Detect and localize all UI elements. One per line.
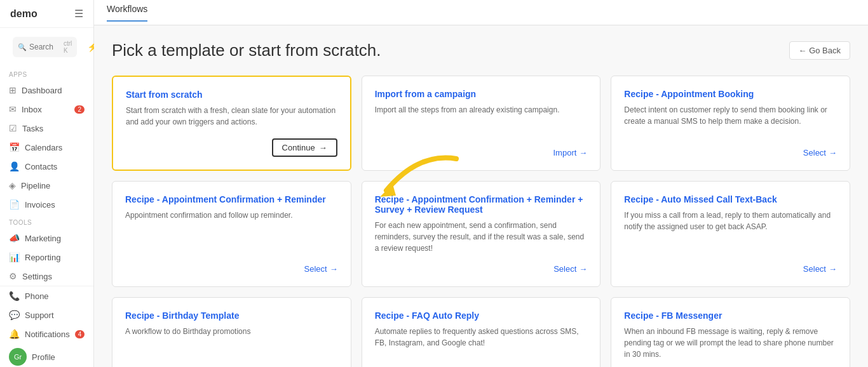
avatar: Gr [9,348,27,366]
hamburger-icon[interactable]: ☰ [74,8,83,20]
search-bar[interactable]: 🔍 ctrl K [13,37,77,57]
sidebar-item-label: Contacts [25,162,57,171]
card-scratch[interactable]: Start from scratch Start from scratch wi… [112,76,351,171]
top-bar-title: Workflows [107,4,147,22]
search-row: 🔍 ctrl K ⚡ [0,28,93,66]
sidebar-item-dashboard[interactable]: ⊞ Dashboard [0,81,93,100]
select-label: Select [553,264,576,274]
card-action: Select → [125,264,338,274]
sidebar-item-label: Reporting [25,253,60,262]
tasks-icon: ☑ [9,123,17,133]
select-link[interactable]: Select → [803,264,837,274]
logo: demo [10,8,37,20]
select-arrow-icon: → [579,264,587,274]
contacts-icon: 👤 [9,161,20,171]
card-appt-survey[interactable]: Recipe - Appointment Confirmation + Remi… [362,181,601,287]
continue-button[interactable]: Continue → [272,138,337,157]
select-arrow-icon: → [330,264,338,274]
card-desc: Appointment confirmation and follow up r… [125,210,338,254]
card-action: Continue → [126,138,337,157]
select-link[interactable]: Select → [304,264,338,274]
sidebar-item-label: Inbox [22,105,42,114]
card-faq[interactable]: Recipe - FAQ Auto Reply Automate replies… [362,297,601,367]
sidebar-item-label: Profile [32,352,55,362]
select-label: Select [304,264,327,274]
sidebar-item-phone[interactable]: 📞 Phone [0,286,93,305]
notifications-badge: 4 [75,330,85,338]
import-label: Import [553,148,576,157]
import-arrow-icon: → [579,148,587,157]
invoices-icon: 📄 [9,199,20,210]
main-content: Workflows Pick a template or start from … [94,0,868,367]
sidebar: demo ☰ 🔍 ctrl K ⚡ Apps ⊞ Dashboard ✉ Inb… [0,0,94,367]
card-desc: For each new appointment, send a confirm… [375,220,588,254]
continue-label: Continue [282,143,315,152]
card-action: Import → [375,148,588,157]
inbox-badge: 2 [74,105,85,114]
sidebar-item-label: Calendars [25,143,62,152]
sidebar-item-profile[interactable]: Gr Profile [0,344,93,367]
card-birthday[interactable]: Recipe - Birthday Template A workflow to… [112,297,351,367]
card-title: Recipe - Birthday Template [125,310,338,321]
search-shortcut: ctrl K [64,40,72,54]
marketing-icon: 📣 [9,233,20,243]
card-title: Recipe - FB Messenger [624,310,837,321]
card-action: Select → [375,264,588,274]
card-action: Select → [624,148,837,157]
card-title: Recipe - Appointment Confirmation + Remi… [375,194,588,215]
sidebar-item-inbox[interactable]: ✉ Inbox 2 [0,100,93,119]
card-title: Recipe - Appointment Confirmation + Remi… [125,194,338,204]
go-back-button[interactable]: ← Go Back [789,41,850,60]
select-label: Select [803,264,826,274]
card-missed-call[interactable]: Recipe - Auto Missed Call Text-Back If y… [611,181,850,287]
sidebar-item-label: Support [25,310,54,320]
sidebar-item-support[interactable]: 💬 Support [0,305,93,324]
card-title: Start from scratch [126,90,337,100]
template-grid: Start from scratch Start from scratch wi… [112,76,850,367]
card-title: Recipe - Auto Missed Call Text-Back [624,194,837,204]
sidebar-item-label: Dashboard [22,86,62,95]
support-icon: 💬 [9,310,20,320]
top-bar: Workflows [94,0,868,25]
apps-section-label: Apps [0,66,93,81]
sidebar-header: demo ☰ [0,0,93,28]
sidebar-item-calendars[interactable]: 📅 Calendars [0,138,93,157]
card-fb-messenger[interactable]: Recipe - FB Messenger When an inbound FB… [611,297,850,367]
pipeline-icon: ◈ [9,180,16,190]
sidebar-item-label: Marketing [25,234,61,243]
continue-arrow-icon: → [319,143,327,152]
card-desc: Start from scratch with a fresh, clean s… [126,105,337,128]
sidebar-item-label: Tasks [22,124,43,133]
content-area: Pick a template or start from scratch. ←… [94,25,868,367]
sidebar-item-notifications[interactable]: 🔔 Notifications 4 [0,324,93,344]
page-title: Pick a template or start from scratch. [112,41,381,60]
card-appointment-booking[interactable]: Recipe - Appointment Booking Detect inte… [611,76,850,171]
sidebar-item-marketing[interactable]: 📣 Marketing [0,229,93,248]
card-campaign[interactable]: Import from a campaign Import all the st… [362,76,601,171]
select-arrow-icon: → [829,148,837,157]
select-link[interactable]: Select → [553,264,587,274]
import-link[interactable]: Import → [553,148,587,157]
sidebar-item-invoices[interactable]: 📄 Invoices [0,195,93,214]
card-desc: Automate replies to frequently asked que… [375,326,588,360]
sidebar-item-tasks[interactable]: ☑ Tasks [0,119,93,138]
sidebar-item-contacts[interactable]: 👤 Contacts [0,157,93,176]
calendars-icon: 📅 [9,142,20,152]
card-title: Recipe - FAQ Auto Reply [375,310,588,321]
sidebar-bottom: 📞 Phone 💬 Support 🔔 Notifications 4 Gr P… [0,286,93,367]
sidebar-item-pipeline[interactable]: ◈ Pipeline [0,176,93,195]
card-desc: If you miss a call from a lead, reply to… [624,210,837,254]
dashboard-icon: ⊞ [9,85,17,95]
select-link[interactable]: Select → [803,148,837,157]
card-title: Recipe - Appointment Booking [624,89,837,99]
sidebar-item-reporting[interactable]: 📊 Reporting [0,248,93,267]
notifications-icon: 🔔 [9,329,20,339]
reporting-icon: 📊 [9,252,20,262]
inbox-icon: ✉ [9,104,17,114]
sidebar-item-settings[interactable]: ⚙ Settings [0,267,93,286]
card-desc: When an inbound FB message is waiting, r… [624,326,837,360]
search-input[interactable] [29,43,61,51]
avatar-initials: Gr [14,353,22,361]
settings-icon: ⚙ [9,271,17,281]
card-appt-confirmation[interactable]: Recipe - Appointment Confirmation + Remi… [112,181,351,287]
